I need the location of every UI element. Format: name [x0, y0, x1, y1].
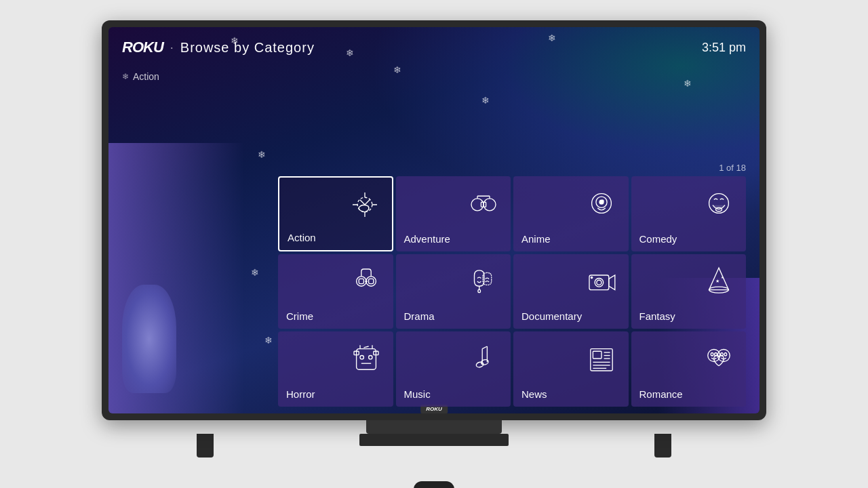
- comedy-label: Comedy: [639, 233, 677, 245]
- snowflake-8: ❄: [251, 267, 259, 278]
- category-card-romance[interactable]: Romance: [631, 331, 747, 407]
- horror-label: Horror: [286, 388, 315, 400]
- svg-point-17: [356, 276, 366, 285]
- svg-point-14: [601, 200, 604, 203]
- svg-point-6: [484, 199, 496, 211]
- category-card-music[interactable]: Music: [396, 331, 511, 407]
- crime-label: Crime: [286, 310, 313, 322]
- crime-icon: [346, 261, 387, 302]
- romance-label: Romance: [639, 388, 683, 400]
- remote-control: [414, 481, 454, 488]
- svg-point-26: [595, 278, 604, 287]
- snowflake-5: ❄: [481, 95, 490, 106]
- documentary-label: Documentary: [521, 310, 582, 322]
- svg-point-55: [724, 353, 727, 357]
- action-label: Action: [288, 232, 316, 243]
- adventure-icon: [463, 183, 504, 224]
- anime-icon: [581, 183, 622, 224]
- documentary-icon: [581, 261, 622, 302]
- breadcrumb-text: Action: [133, 71, 159, 82]
- anime-label: Anime: [521, 233, 551, 245]
- music-icon: [463, 338, 504, 379]
- svg-point-23: [478, 289, 481, 293]
- category-card-fantasy[interactable]: ★ ★ Fantasy: [631, 254, 747, 329]
- svg-rect-32: [356, 349, 376, 370]
- tv-screen: ❄ ❄ ❄ ❄ ❄ ❄ ❄ ❄ ❄ ROKU · Browse by Categ…: [108, 27, 760, 413]
- svg-text:★: ★: [715, 277, 719, 283]
- svg-marker-25: [608, 275, 614, 290]
- svg-point-28: [590, 276, 593, 279]
- category-card-documentary[interactable]: Documentary: [513, 254, 629, 329]
- snowflake-7: ❄: [258, 149, 266, 160]
- category-card-action[interactable]: Action: [278, 176, 393, 251]
- header: ROKU · Browse by Category 3:51 pm: [108, 27, 760, 68]
- snowflake-6: ❄: [684, 78, 692, 89]
- svg-rect-21: [368, 279, 373, 283]
- tv-outer: ❄ ❄ ❄ ❄ ❄ ❄ ❄ ❄ ❄ ROKU · Browse by Categ…: [102, 20, 766, 468]
- horror-icon: [346, 338, 387, 379]
- svg-point-35: [360, 356, 363, 359]
- music-label: Music: [404, 388, 431, 400]
- roku-logo: ROKU: [122, 39, 163, 56]
- tv-leg-right: [654, 434, 671, 458]
- fantasy-label: Fantasy: [639, 310, 675, 322]
- svg-rect-20: [359, 279, 363, 283]
- category-grid: Action Ad: [278, 176, 746, 407]
- breadcrumb-snowflake: ❄: [122, 72, 129, 81]
- news-icon: [581, 338, 622, 379]
- category-card-crime[interactable]: Crime: [278, 254, 393, 329]
- svg-point-18: [366, 276, 376, 285]
- header-title: Browse by Category: [180, 40, 315, 56]
- svg-line-39: [363, 346, 368, 348]
- pagination: 1 of 18: [719, 163, 746, 173]
- tv-frame: ❄ ❄ ❄ ❄ ❄ ❄ ❄ ❄ ❄ ROKU · Browse by Categ…: [102, 20, 766, 420]
- svg-point-27: [596, 280, 601, 285]
- drama-label: Drama: [404, 310, 435, 322]
- news-label: News: [521, 388, 547, 400]
- action-icon: [344, 184, 385, 225]
- svg-point-15: [709, 194, 729, 214]
- header-time: 3:51 pm: [702, 41, 746, 55]
- tv-stand: [366, 420, 502, 434]
- category-card-adventure[interactable]: Adventure: [396, 176, 511, 251]
- category-card-comedy[interactable]: Comedy: [631, 176, 747, 251]
- svg-point-36: [368, 356, 372, 359]
- fantasy-icon: ★ ★: [698, 261, 739, 302]
- svg-point-52: [711, 353, 713, 357]
- svg-rect-43: [593, 352, 601, 359]
- romance-icon: [698, 338, 739, 379]
- svg-point-5: [471, 199, 484, 211]
- category-card-horror[interactable]: Horror: [278, 331, 393, 407]
- snowflake-9: ❄: [264, 335, 273, 346]
- header-separator: ·: [170, 41, 174, 55]
- category-card-anime[interactable]: Anime: [513, 176, 629, 251]
- breadcrumb: ❄ Action: [122, 71, 159, 82]
- category-card-drama[interactable]: Drama: [396, 254, 511, 329]
- category-card-news[interactable]: News: [513, 331, 629, 407]
- comedy-icon: [698, 183, 739, 224]
- drama-icon: [463, 261, 504, 302]
- tv-leg-left: [197, 434, 214, 458]
- adventure-label: Adventure: [404, 233, 450, 245]
